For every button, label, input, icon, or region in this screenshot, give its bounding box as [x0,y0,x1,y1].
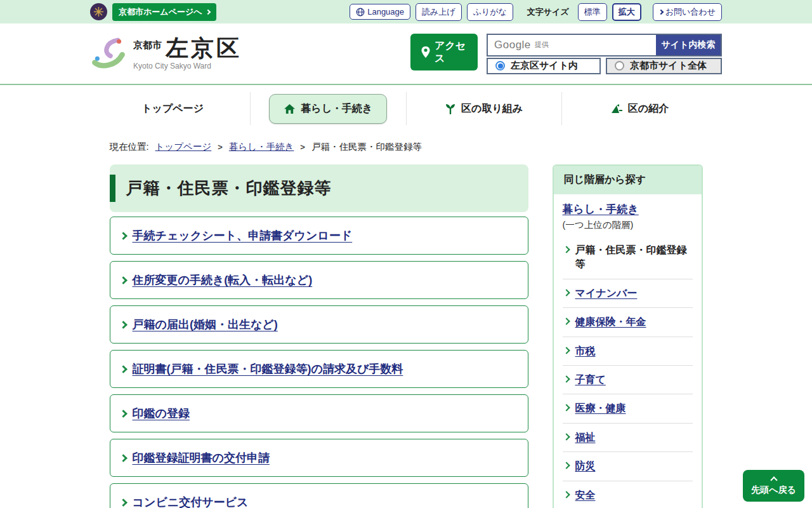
breadcrumb: 現在位置: トップページ > 暮らし・手続き > 戸籍・住民票・印鑑登録等 [110,141,703,153]
content-link-label[interactable]: 住所変更の手続き(転入・転出など) [133,272,313,288]
sidebar-item-label[interactable]: 防災 [575,459,596,473]
globe-icon [356,8,365,17]
font-size-large-button[interactable]: 拡大 [612,3,641,21]
chevron-right-icon [658,9,664,14]
furigana-button[interactable]: ふりがな [467,3,513,21]
font-size-large-label: 拡大 [619,6,635,18]
content-link-label[interactable]: コンビニ交付サービス [133,495,249,508]
chevron-right-icon [563,491,570,498]
sidebar-item-label[interactable]: 安全 [575,488,596,502]
access-button[interactable]: アクセス [410,34,478,70]
breadcrumb-separator: > [300,142,305,152]
site-search-button-label: サイト内検索 [662,39,716,50]
chevron-right-icon [119,365,128,373]
breadcrumb-link-top[interactable]: トップページ [155,141,212,153]
nav-item-ku-torikumi[interactable]: 区の取り組み [407,92,562,125]
content-link-inkan-shoumeisho[interactable]: 印鑑登録証明書の交付申請 [110,439,528,477]
content-link-address-change[interactable]: 住所変更の手続き(転入・転出など) [110,261,528,299]
content-link-checksheet[interactable]: 手続チェックシート、申請書ダウンロード [110,217,528,255]
sidebar-body: 暮らし・手続き (一つ上位の階層) 戸籍・住民票・印鑑登録等 マイナンバー 健康… [554,194,702,508]
site-title-japanese: 京都市 左京区 [133,36,242,61]
main-content: 戸籍・住民票・印鑑登録等 手続チェックシート、申請書ダウンロード 住所変更の手続… [110,164,703,508]
sidebar-item-fukushi[interactable]: 福祉 [563,424,693,452]
sidebar-item-shizei[interactable]: 市税 [563,337,693,366]
search-row: Google 提供 サイト内検索 [487,34,722,57]
language-button[interactable]: Language [350,4,410,20]
content-link-label[interactable]: 戸籍の届出(婚姻・出生など) [133,317,278,332]
content-link-label[interactable]: 手続チェックシート、申請書ダウンロード [133,228,353,243]
google-provided-by-label: 提供 [535,40,549,50]
kyoto-city-home-button[interactable]: 京都市ホームページへ [112,3,216,21]
read-aloud-button[interactable]: 読み上げ [416,3,462,21]
sakyo-ward-logo-icon [90,36,127,72]
map-pin-icon [421,46,431,58]
content-link-label[interactable]: 印鑑の登録 [133,406,190,421]
content-link-inkan-touroku[interactable]: 印鑑の登録 [110,394,528,432]
chevron-right-icon [119,276,128,284]
chevron-right-icon [119,498,128,507]
nav-item-kurashi-tetsuzuki[interactable]: 暮らし・手続き [251,92,406,125]
sidebar-item-anzen[interactable]: 安全 [563,481,693,508]
site-logo[interactable]: 京都市 左京区 Kyoto City Sakyo Ward [90,36,242,72]
site-search: Google 提供 サイト内検索 左京区サイト内 京都市サイト全体 [487,34,722,74]
google-watermark: Google [494,39,531,51]
contact-button[interactable]: お問い合わせ [653,3,722,21]
kyoto-city-home-label: 京都市ホームページへ [119,6,202,18]
content-link-koseki-todokede[interactable]: 戸籍の届出(婚姻・出生など) [110,305,528,344]
search-scope-city-radio[interactable]: 京都市サイト全体 [606,58,722,74]
sidebar-item-label[interactable]: 健康保険・年金 [575,315,646,329]
site-search-input[interactable]: Google 提供 [488,35,656,55]
font-size-label: 文字サイズ [527,6,569,18]
sidebar-item-label[interactable]: 福祉 [575,431,596,444]
sidebar-parent-note: (一つ上位の階層) [563,219,693,231]
sprout-icon [445,103,456,114]
utility-bar: 京都市ホームページへ Language 読み上げ ふりがな 文字サイズ 標準 拡… [0,0,812,23]
home-icon [284,104,296,114]
content-link-label[interactable]: 証明書(戸籍・住民票・印鑑登録等)の請求及び手数料 [133,361,403,377]
mountain-flag-icon [610,104,623,114]
sidebar-title: 同じ階層から探す [554,166,702,194]
nav-shoukai-label: 区の紹介 [628,102,669,116]
sidebar-item-label[interactable]: 市税 [575,344,596,358]
access-button-label: アクセス [435,39,468,65]
content-link-konbini-koufu[interactable]: コンビニ交付サービス [110,483,528,508]
breadcrumb-link-kurashi[interactable]: 暮らし・手続き [229,141,294,153]
search-scope-sakyo-radio[interactable]: 左京区サイト内 [487,58,601,74]
nav-item-top-page[interactable]: トップページ [95,92,251,125]
global-nav: トップページ 暮らし・手続き 区の取り組み 区の紹 [0,85,812,132]
site-title: 京都市 左京区 Kyoto City Sakyo Ward [133,36,242,71]
ward-name-english: Kyoto City Sakyo Ward [133,62,242,70]
sidebar-parent-link[interactable]: 暮らし・手続き [563,202,639,217]
back-to-top-button[interactable]: 先頭へ戻る [743,470,804,502]
sidebar-item-label[interactable]: 医療・健康 [575,401,626,415]
breadcrumb-separator: > [218,142,223,152]
chevron-right-icon [563,404,570,411]
sidebar-item-label[interactable]: マイナンバー [575,286,638,300]
sidebar-item-label: 戸籍・住民票・印鑑登録等 [575,243,691,272]
sidebar-item-mynumber[interactable]: マイナンバー [563,279,693,308]
site-search-button[interactable]: サイト内検索 [656,35,721,55]
sidebar-item-bousai[interactable]: 防災 [563,452,693,481]
sidebar-item-kenkou-hoken[interactable]: 健康保険・年金 [563,308,693,337]
sidebar-item-iryou-kenkou[interactable]: 医療・健康 [563,394,693,423]
contact-label: お問い合わせ [665,6,716,18]
radio-selected-icon [495,61,505,70]
sidebar-item-kosodate[interactable]: 子育て [563,366,693,394]
nav-item-ku-shoukai[interactable]: 区の紹介 [562,92,717,125]
font-size-standard-button[interactable]: 標準 [578,3,607,21]
radio-unselected-icon [615,61,624,70]
content-link-shoumeisho[interactable]: 証明書(戸籍・住民票・印鑑登録等)の請求及び手数料 [110,350,528,388]
sidebar-same-level: 同じ階層から探す 暮らし・手続き (一つ上位の階層) 戸籍・住民票・印鑑登録等 … [553,164,703,508]
furigana-label: ふりがな [473,6,507,18]
search-scope-options: 左京区サイト内 京都市サイト全体 [487,58,722,74]
chevron-right-icon [205,9,210,14]
chevron-right-icon [119,454,128,462]
search-scope-city-label: 京都市サイト全体 [630,60,707,72]
chevron-right-icon [119,410,128,418]
sidebar-item-koseki-current: 戸籍・住民票・印鑑登録等 [563,236,693,279]
nav-top-page-label: トップページ [141,102,204,116]
sidebar-item-label[interactable]: 子育て [575,373,606,387]
content-link-label[interactable]: 印鑑登録証明書の交付申請 [133,450,270,465]
kyoto-city-emblem-icon [90,3,107,20]
city-name: 京都市 [133,39,162,51]
